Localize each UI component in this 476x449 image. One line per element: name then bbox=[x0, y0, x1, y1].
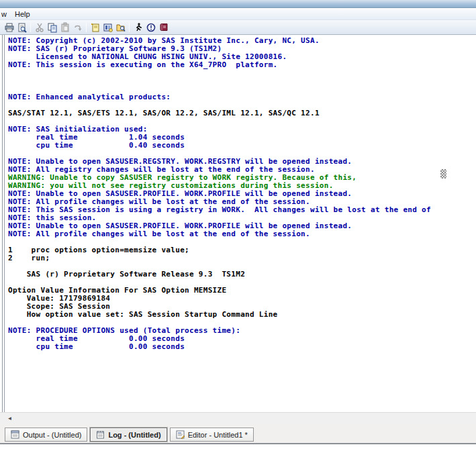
log-window-left-border bbox=[0, 35, 6, 412]
log-window: NOTE: Copyright (c) 2002-2010 by SAS Ins… bbox=[0, 35, 476, 412]
log-line: SAS/STAT 12.1, SAS/ETS 12.1, SAS/OR 12.2… bbox=[8, 109, 476, 117]
cut-icon[interactable] bbox=[33, 21, 46, 34]
title-bar bbox=[0, 0, 476, 8]
toolbar-separator bbox=[129, 23, 130, 32]
tab-output[interactable]: Output - (Untitled) bbox=[5, 428, 87, 442]
print-icon[interactable] bbox=[3, 21, 15, 34]
log-line bbox=[8, 69, 476, 77]
browse-folder-icon[interactable] bbox=[114, 21, 127, 34]
tab-label: Log - (Untitled) bbox=[108, 431, 160, 439]
log-line: How option value set: SAS Session Startu… bbox=[8, 311, 476, 319]
log-line: 2 run; bbox=[8, 254, 476, 262]
log-line: NOTE: This session is executing on the X… bbox=[8, 61, 476, 69]
copy-icon[interactable] bbox=[46, 21, 58, 34]
log-line: cpu time 0.00 seconds bbox=[8, 343, 476, 351]
tab-editor[interactable]: Editor - Untitled1 * bbox=[170, 428, 254, 442]
toolbar-separator bbox=[30, 23, 31, 32]
toolbar-separator bbox=[86, 23, 87, 32]
print-preview-icon[interactable] bbox=[15, 21, 28, 34]
window-tab-bar: Output - (Untitled) Log - (Untitled) bbox=[0, 423, 476, 443]
tab-label: Output - (Untitled) bbox=[23, 431, 81, 439]
menu-bar: w Help bbox=[0, 8, 476, 20]
log-line: NOTE: All profile changes will be lost a… bbox=[8, 230, 476, 238]
log-line: SAS (r) Proprietary Software Release 9.3… bbox=[8, 270, 476, 279]
editor-tab-icon bbox=[176, 430, 185, 439]
menu-item-window-partial[interactable]: w bbox=[0, 8, 10, 19]
tab-label: Editor - Untitled1 * bbox=[188, 431, 248, 439]
log-line: 1 proc options option=memsize value; bbox=[8, 246, 476, 254]
menu-item-help[interactable]: Help bbox=[10, 8, 35, 19]
horizontal-scrollbar[interactable]: ◄ bbox=[0, 412, 476, 423]
undo-icon[interactable] bbox=[71, 21, 84, 34]
paste-icon[interactable] bbox=[58, 21, 71, 34]
window-bottom-edge bbox=[0, 443, 476, 444]
log-tab-icon bbox=[96, 430, 105, 439]
new-library-icon[interactable] bbox=[89, 21, 101, 34]
submit-icon[interactable] bbox=[132, 21, 144, 34]
log-line: cpu time 0.40 seconds bbox=[8, 142, 476, 150]
tab-log[interactable]: Log - (Untitled) bbox=[90, 428, 166, 442]
break-icon[interactable] bbox=[144, 21, 157, 34]
output-tab-icon bbox=[11, 430, 19, 439]
text-cursor-block bbox=[440, 169, 446, 179]
log-line: NOTE: Enhanced analytical products: bbox=[8, 93, 476, 101]
scroll-left-arrow-icon[interactable]: ◄ bbox=[5, 415, 14, 423]
help-book-icon[interactable] bbox=[157, 21, 170, 34]
toolbar bbox=[0, 20, 476, 35]
sas-window: w Help bbox=[0, 0, 476, 449]
sas-explorer-icon[interactable] bbox=[101, 21, 114, 34]
log-text[interactable]: NOTE: Copyright (c) 2002-2010 by SAS Ins… bbox=[8, 37, 476, 412]
log-line bbox=[8, 77, 476, 85]
